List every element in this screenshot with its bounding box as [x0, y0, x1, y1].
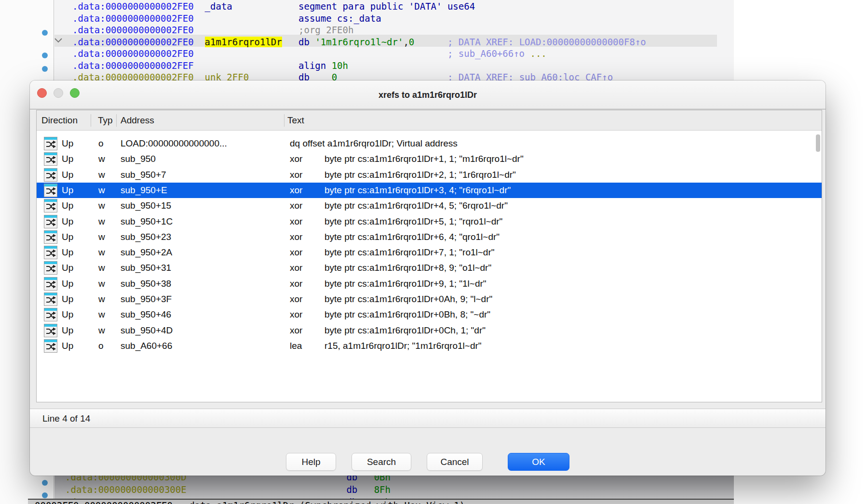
- xref-text: xorbyte ptr cs:a1m1r6rqro1lDr+4, 5; "6rq…: [290, 198, 508, 213]
- xref-address: LOAD:00000000000000...: [121, 136, 227, 151]
- gutter-dot-icon: [42, 492, 48, 498]
- xref-table-row[interactable]: Up w sub_950+2A xorbyte ptr cs:a1m1r6rqr…: [37, 245, 822, 260]
- xref-address: sub_950+38: [121, 276, 171, 292]
- xref-text: xorbyte ptr cs:a1m1r6rqro1lDr+8, 9; "o1l…: [290, 260, 491, 276]
- app-status-text: 00002FE0 0000000000002FE0: .data:a1m1r6r…: [35, 500, 465, 504]
- column-divider[interactable]: [91, 114, 91, 127]
- xref-table-row[interactable]: Up w sub_950+E xorbyte ptr cs:a1m1r6rqro…: [37, 183, 822, 198]
- xref-text: xorbyte ptr cs:a1m1r6rqro1lDr+2, 1; "1r6…: [290, 167, 516, 183]
- disassembly-line: .data:0000000000002FEF align 10h: [72, 60, 348, 71]
- gutter-dot-icon: [42, 53, 48, 58]
- xref-text: xorbyte ptr cs:a1m1r6rqro1lDr+1, 1; "m1r…: [290, 151, 524, 167]
- app-status-bar: 00002FE0 0000000000002FE0: .data:a1m1r6r…: [28, 499, 734, 504]
- gutter-dot-icon: [42, 480, 48, 486]
- xref-table-row[interactable]: Up w sub_950+46 xorbyte ptr cs:a1m1r6rqr…: [37, 307, 822, 322]
- xref-type: w: [98, 276, 105, 292]
- xref-address: sub_950+4D: [121, 323, 173, 338]
- xref-window-icon: [44, 277, 57, 291]
- xref-address: sub_950+7: [121, 167, 166, 183]
- xref-table-row[interactable]: Up w sub_950+23 xorbyte ptr cs:a1m1r6rqr…: [37, 229, 822, 245]
- xref-text: xorbyte ptr cs:a1m1r6rqro1lDr+9, 1; "1l~…: [290, 276, 487, 292]
- xref-direction: Up: [62, 260, 73, 276]
- xref-type: w: [98, 214, 105, 229]
- xref-address: sub_950+15: [121, 198, 171, 213]
- xref-table-row[interactable]: Up w sub_950+4D xorbyte ptr cs:a1m1r6rqr…: [37, 323, 822, 338]
- column-divider[interactable]: [284, 114, 284, 127]
- xref-address: sub_950+31: [121, 260, 171, 276]
- xref-type: w: [98, 167, 105, 183]
- xref-window-icon: [44, 308, 57, 321]
- xref-direction: Up: [62, 307, 73, 322]
- xref-text: dq offset a1m1r6rqro1lDr; Virtual addres…: [290, 136, 458, 151]
- xref-direction: Up: [62, 245, 73, 260]
- xref-table-row[interactable]: Up o LOAD:00000000000000... dq offset a1…: [37, 136, 822, 151]
- dialog-buttons: Help Search Cancel OK: [30, 453, 825, 471]
- xref-window-icon: [44, 339, 57, 353]
- xref-window-icon: [44, 246, 57, 259]
- xref-table-row[interactable]: Up w sub_950 xorbyte ptr cs:a1m1r6rqro1l…: [37, 151, 822, 167]
- column-header-address[interactable]: Address: [121, 110, 154, 131]
- xref-direction: Up: [62, 276, 73, 292]
- xref-table-row[interactable]: Up w sub_950+15 xorbyte ptr cs:a1m1r6rqr…: [37, 198, 822, 213]
- xref-window-icon: [44, 152, 57, 166]
- xref-window-icon: [44, 230, 57, 244]
- column-header-text[interactable]: Text: [287, 110, 304, 131]
- vertical-scrollbar-thumb[interactable]: [816, 134, 820, 152]
- table-header[interactable]: Direction Typ Address Text: [37, 110, 822, 131]
- xref-direction: Up: [62, 183, 73, 198]
- disassembly-line: .data:0000000000002FE0 assume cs:_data: [72, 13, 381, 24]
- collapse-chevron-icon[interactable]: [54, 37, 63, 45]
- xref-window-icon: [44, 261, 57, 275]
- xref-type: w: [98, 323, 105, 338]
- xref-direction: Up: [62, 151, 73, 167]
- xref-direction: Up: [62, 136, 73, 151]
- disassembly-selection-band: .data:000000000000300D db 0Bh.data:00000…: [54, 475, 734, 499]
- xref-window-icon: [44, 292, 57, 306]
- dialog-status-bar: Line 4 of 14: [30, 409, 825, 428]
- xref-table-row[interactable]: Up o sub_A60+66 lear15, a1m1r6rqro1lDr; …: [37, 338, 822, 354]
- dialog-titlebar[interactable]: xrefs to a1m1r6rqro1lDr: [30, 80, 825, 109]
- xref-address: sub_950+23: [121, 229, 171, 245]
- xref-type: o: [98, 338, 104, 354]
- column-header-type[interactable]: Typ: [98, 110, 113, 131]
- xref-direction: Up: [62, 323, 73, 338]
- column-divider[interactable]: [116, 114, 117, 127]
- xref-table-row[interactable]: Up w sub_950+1C xorbyte ptr cs:a1m1r6rqr…: [37, 214, 822, 229]
- xref-table-row[interactable]: Up w sub_950+38 xorbyte ptr cs:a1m1r6rqr…: [37, 276, 822, 292]
- xref-table-row[interactable]: Up w sub_950+7 xorbyte ptr cs:a1m1r6rqro…: [37, 167, 822, 183]
- ok-button[interactable]: OK: [508, 453, 569, 471]
- xref-window-icon: [44, 199, 57, 212]
- xref-text: xorbyte ptr cs:a1m1r6rqro1lDr+7, 1; "ro1…: [290, 245, 494, 260]
- disassembly-line: .data:0000000000002FE0 ;org 2FE0h: [72, 24, 353, 36]
- xref-type: w: [98, 260, 105, 276]
- xref-window-icon: [44, 168, 57, 182]
- xref-text: xorbyte ptr cs:a1m1r6rqro1lDr+5, 1; "rqr…: [290, 214, 502, 229]
- search-button[interactable]: Search: [352, 453, 411, 471]
- column-header-direction[interactable]: Direction: [41, 110, 78, 131]
- xrefs-table: Direction Typ Address Text Up o LOAD:000…: [36, 110, 822, 402]
- dialog-title: xrefs to a1m1r6rqro1lDr: [30, 80, 825, 109]
- cancel-button[interactable]: Cancel: [427, 453, 483, 471]
- xref-direction: Up: [62, 229, 73, 245]
- gutter-dot-icon: [42, 66, 48, 72]
- xref-text: xorbyte ptr cs:a1m1r6rqro1lDr+0Ch, 1; "d…: [290, 323, 486, 338]
- xref-type: w: [98, 307, 105, 322]
- xref-address: sub_950+3F: [121, 292, 172, 307]
- disassembly-line: .data:0000000000002FE0 _data segment par…: [72, 0, 475, 12]
- xref-window-icon: [44, 215, 57, 228]
- xref-address: sub_950+2A: [121, 245, 172, 260]
- xref-type: w: [98, 183, 105, 198]
- xref-text: xorbyte ptr cs:a1m1r6rqro1lDr+6, 4; "qro…: [290, 229, 500, 245]
- xref-table-row[interactable]: Up w sub_950+31 xorbyte ptr cs:a1m1r6rqr…: [37, 260, 822, 276]
- disassembly-line: .data:0000000000002FE0 ; sub_A60+66↑o ..…: [72, 48, 547, 59]
- xref-text: lear15, a1m1r6rqro1lDr; "1m1r6rqro1l~dr": [290, 338, 482, 354]
- xref-direction: Up: [62, 214, 73, 229]
- xref-direction: Up: [62, 167, 73, 183]
- xref-address: sub_950: [121, 151, 156, 167]
- xref-type: w: [98, 151, 105, 167]
- help-button[interactable]: Help: [286, 453, 336, 471]
- xref-text: xorbyte ptr cs:a1m1r6rqro1lDr+0Ah, 9; "l…: [290, 292, 492, 307]
- xref-type: o: [98, 136, 104, 151]
- gutter-dot-icon: [42, 30, 48, 36]
- xref-table-row[interactable]: Up w sub_950+3F xorbyte ptr cs:a1m1r6rqr…: [37, 292, 822, 307]
